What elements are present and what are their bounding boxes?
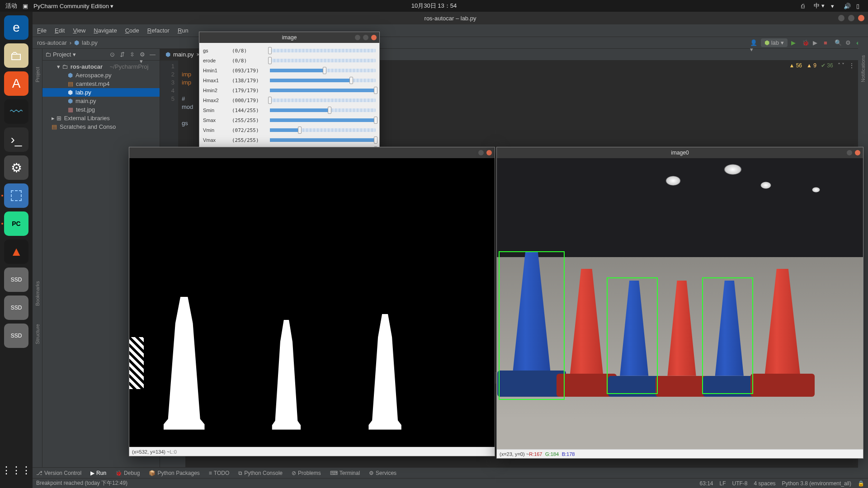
cv-image-window[interactable]: image0 (x=23, y=0) ~ R:167 G:184 B:178 xyxy=(496,147,863,459)
breadcrumb-root[interactable]: ros-autocar xyxy=(37,39,67,46)
trackbar-Hmax2[interactable]: Hmax2(000/179) xyxy=(203,95,376,105)
trackbar-Vmax[interactable]: Vmax(255/255) xyxy=(203,135,376,145)
select-opened-icon[interactable]: ⊙ xyxy=(110,51,117,58)
tree-file[interactable]: ▤camtest.mp4 xyxy=(42,80,160,88)
trackbar-erode[interactable]: erode(0/8) xyxy=(203,56,376,66)
tree-file-selected[interactable]: ⬢lab.py xyxy=(42,88,160,97)
clock[interactable]: 10月30日 13：54 xyxy=(411,2,457,10)
terminal-icon: ›_ xyxy=(11,132,22,147)
trackbar-Hmin1[interactable]: Hmin1(093/179) xyxy=(203,66,376,75)
project-title[interactable]: Project xyxy=(53,51,71,58)
cv-mask-window[interactable]: (x=532, y=134) ~ L:0 xyxy=(129,147,495,456)
activities-hotspot[interactable]: 活动 xyxy=(5,2,17,10)
window-titlebar: ros-autocar – lab.py xyxy=(33,12,868,24)
status-bar: Breakpoint reached (today 下午12:49) 63:14… xyxy=(33,478,868,488)
dock-ssd2[interactable]: SSD xyxy=(4,296,28,320)
battery-icon[interactable]: ▯ xyxy=(856,3,863,9)
tree-file[interactable]: ▦test.jpg xyxy=(42,105,160,114)
minimize-button[interactable] xyxy=(838,15,844,21)
pycharm-icon: PC xyxy=(12,220,20,227)
files-icon: 🗀 xyxy=(10,48,23,63)
trackbar-gs[interactable]: gs(0/8) xyxy=(203,46,376,56)
editor-more-icon[interactable]: ⋮ xyxy=(849,62,854,69)
run-config-selector[interactable]: ⬢lab▾ xyxy=(761,38,788,47)
inspections-widget[interactable]: ▲ 56 ▲ 9 ✔ 36 ˄ ˅ ⋮ xyxy=(789,62,854,69)
tab-terminal[interactable]: ⌨ Terminal xyxy=(330,470,360,476)
encoding[interactable]: UTF-8 xyxy=(732,480,748,487)
lock-icon[interactable]: 🔒 xyxy=(858,480,864,487)
cv-minimize-icon[interactable] xyxy=(478,150,484,155)
dock-monitor[interactable]: 〰 xyxy=(4,99,28,124)
tab-bookmarks[interactable]: Bookmarks xyxy=(35,281,40,306)
user-icon[interactable]: 👤▾ xyxy=(750,39,757,47)
cv-close-icon[interactable] xyxy=(486,150,492,155)
run-button[interactable]: ▶ xyxy=(791,39,798,47)
dock-ssd1[interactable]: SSD xyxy=(4,267,28,292)
line-sep[interactable]: LF xyxy=(720,480,726,487)
interpreter[interactable]: Python 3.8 (environment_all) xyxy=(782,480,851,487)
cv-minimize-icon[interactable] xyxy=(355,35,360,40)
trackbar-Smax[interactable]: Smax(255/255) xyxy=(203,115,376,125)
dock-edge[interactable]: e xyxy=(4,15,28,40)
cv-close-icon[interactable] xyxy=(371,35,377,40)
menu-edit[interactable]: Edit xyxy=(55,27,65,34)
ide-settings-button[interactable]: ⚙ xyxy=(845,39,853,47)
tab-pyconsole[interactable]: ⧉ Python Console xyxy=(238,470,283,476)
search-everywhere-button[interactable]: 🔍 xyxy=(835,39,842,47)
tab-todo[interactable]: ≡ TODO xyxy=(209,470,229,476)
cv-trackbars-window[interactable]: image gs(0/8)erode(0/8)Hmin1(093/179)Hma… xyxy=(199,32,380,158)
hide-panel-icon[interactable]: — xyxy=(150,51,157,58)
screen-recorder-icon[interactable]: ⎙ xyxy=(801,3,807,9)
caret-position[interactable]: 63:14 xyxy=(700,480,713,487)
tab-notifications[interactable]: Notifications xyxy=(860,55,866,82)
volume-icon[interactable]: 🔊 xyxy=(844,3,850,9)
menu-file[interactable]: File xyxy=(37,27,47,34)
app-menu[interactable]: PyCharm Community Edition ▾ xyxy=(33,3,114,9)
tree-file[interactable]: ⬢main.py xyxy=(42,97,160,105)
dock-screenshot[interactable] xyxy=(4,183,28,208)
tab-packages[interactable]: 📦 Python Packages xyxy=(149,470,199,476)
tab-run[interactable]: ▶ Run xyxy=(90,470,106,476)
dock-vlc[interactable]: ▲ xyxy=(4,239,28,264)
trackbar-Smin[interactable]: Smin(144/255) xyxy=(203,105,376,115)
tab-problems[interactable]: ⊘ Problems xyxy=(292,470,321,476)
cv-maximize-icon[interactable] xyxy=(363,35,368,40)
tab-services[interactable]: ⚙ Services xyxy=(369,470,396,476)
tab-structure[interactable]: Structure xyxy=(35,324,40,344)
collapse-all-icon[interactable]: ⇳ xyxy=(130,51,137,58)
debug-button[interactable]: 🐞 xyxy=(802,39,809,47)
menu-view[interactable]: View xyxy=(73,27,85,34)
trackbar-Hmin2[interactable]: Hmin2(179/179) xyxy=(203,85,376,95)
dock-files[interactable]: 🗀 xyxy=(4,43,28,68)
run-coverage-button[interactable]: ▶ xyxy=(813,39,820,47)
stop-button[interactable]: ■ xyxy=(824,39,831,47)
menu-run[interactable]: Run xyxy=(178,27,189,34)
trackbar-Hmax1[interactable]: Hmax1(138/179) xyxy=(203,75,376,85)
maximize-button[interactable] xyxy=(848,15,854,21)
indent[interactable]: 4 spaces xyxy=(754,480,776,487)
breadcrumb-file[interactable]: lab.py xyxy=(82,39,98,46)
tab-debug[interactable]: 🐞 Debug xyxy=(115,470,140,476)
dock-show-apps[interactable]: ⋮⋮⋮ xyxy=(4,458,28,483)
trackbar-Vmin[interactable]: Vmin(072/255) xyxy=(203,125,376,135)
panel-settings-icon[interactable]: ⚙ ▾ xyxy=(140,51,147,58)
cv-minimize-icon[interactable] xyxy=(847,150,852,155)
ime-indicator[interactable]: 中 ▾ xyxy=(814,2,825,10)
tab-vcs[interactable]: ⎇ Version Control xyxy=(36,470,81,476)
expand-all-icon[interactable]: ⇵ xyxy=(120,51,127,58)
dock-pycharm[interactable]: PC xyxy=(4,211,28,236)
dock-settings[interactable]: ⚙ xyxy=(4,155,28,180)
menu-navigate[interactable]: Navigate xyxy=(94,27,117,34)
tab-project[interactable]: Project xyxy=(35,67,40,82)
cv-close-icon[interactable] xyxy=(855,150,860,155)
dock-software[interactable]: A xyxy=(4,71,28,96)
menu-refactor[interactable]: Refactor xyxy=(147,27,170,34)
camera-image xyxy=(497,158,863,449)
close-button[interactable] xyxy=(858,15,864,21)
dock-terminal[interactable]: ›_ xyxy=(4,127,28,152)
tree-file[interactable]: ⬢Aerospace.py xyxy=(42,71,160,80)
menu-code[interactable]: Code xyxy=(125,27,139,34)
dock-ssd3[interactable]: SSD xyxy=(4,324,28,348)
wifi-icon[interactable]: ▾ xyxy=(831,3,837,9)
apps-grid-icon: ⋮⋮⋮ xyxy=(1,465,31,476)
